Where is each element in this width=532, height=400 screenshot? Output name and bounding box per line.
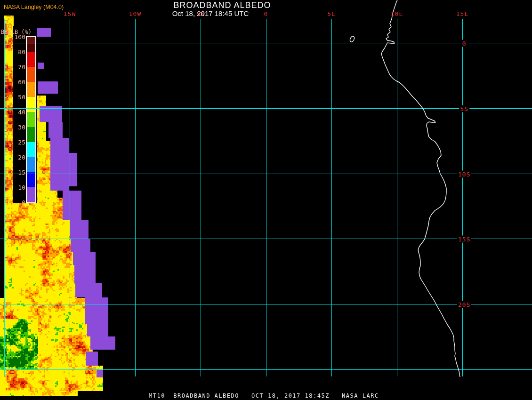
colorbar-tick-15: 15 xyxy=(4,169,25,176)
lat-label-20S: 20S xyxy=(457,301,471,308)
colorbar-tick-20: 20 xyxy=(4,154,25,161)
lon-label-15W: 15W xyxy=(64,10,76,17)
lat-label-5S: 5S xyxy=(459,105,469,112)
colorbar-tick-30: 30 xyxy=(4,124,25,131)
lon-label-10E: 10E xyxy=(391,10,403,17)
colorbar-tick-70: 70 xyxy=(4,64,25,71)
credit-label: NASA Langley (M04.0) xyxy=(4,4,64,10)
colorbar-tick-80: 80 xyxy=(4,48,25,56)
lon-label-5E: 5E xyxy=(327,10,336,17)
colorbar-tick-10: 10 xyxy=(4,184,25,191)
lon-label-15E: 15E xyxy=(456,10,468,17)
colorbar-title: BBALB (%) xyxy=(1,29,32,35)
colorbar-tick-0: 0 xyxy=(4,199,25,206)
lon-label-0: 0 xyxy=(264,10,268,17)
lat-label-15S: 15S xyxy=(457,236,471,243)
lat-label-0: 0 xyxy=(461,40,468,47)
page-subtitle: Oct 18, 2017 18:45 UTC xyxy=(172,9,249,17)
colorbar-tick-60: 60 xyxy=(4,79,25,86)
colorbar-tick-50: 50 xyxy=(4,94,25,101)
albedo-map-stage: 10080706050403025201510015W10W5W05E10E15… xyxy=(0,0,532,400)
colorbar-tick-25: 25 xyxy=(4,139,25,146)
footer-caption: MT10 BROADBAND ALBEDO OCT 18, 2017 18:45… xyxy=(149,392,379,399)
coordinate-labels-layer: 10080706050403025201510015W10W5W05E10E15… xyxy=(0,0,532,400)
lon-label-10W: 10W xyxy=(129,10,141,17)
lat-label-10S: 10S xyxy=(457,171,471,178)
page-title: BROADBAND ALBEDO xyxy=(173,0,271,10)
colorbar-tick-40: 40 xyxy=(4,109,25,116)
